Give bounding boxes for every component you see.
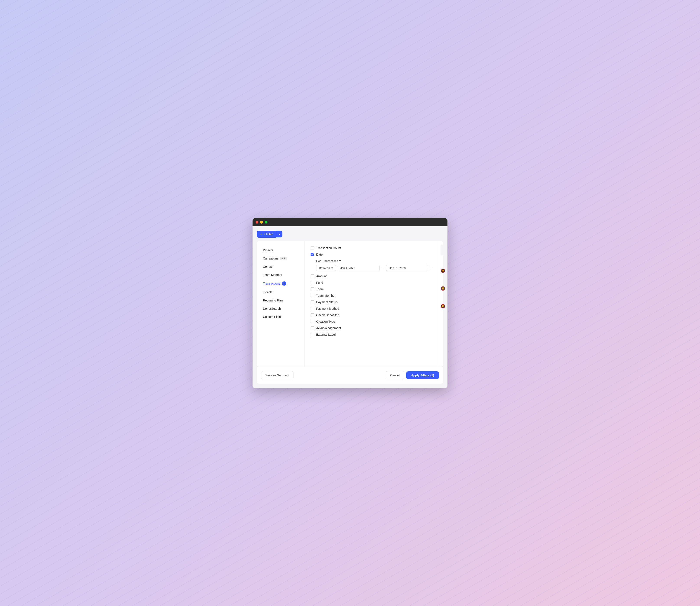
notification-off-icon-1[interactable]: 🔕 [441,269,445,273]
team-member-checkbox[interactable] [311,294,314,297]
close-button[interactable] [255,221,258,224]
apply-filters-button[interactable]: Apply Filters (1) [406,371,439,379]
notification-off-icon-3[interactable]: 🔕 [441,304,445,309]
sidebar-item-tickets[interactable]: Tickets [260,288,301,296]
payment-method-label[interactable]: Payment Method [316,307,339,310]
footer: Save as Segment Cancel Apply Filters (1) [257,367,443,384]
payment-method-option: Payment Method [311,307,432,310]
add-date-range-icon[interactable]: + [430,266,432,270]
has-transactions-label: Has Transactions [316,259,338,262]
acknowledgement-option: Acknowledgement [311,326,432,330]
sidebar-item-campaigns[interactable]: Campaigns ALL [260,255,301,262]
titlebar [252,218,448,226]
team-label[interactable]: Team [316,287,323,291]
footer-right: Cancel Apply Filters (1) [386,371,439,379]
date-checkbox[interactable] [311,253,314,256]
chevron-down-icon [278,234,280,235]
date-start-input[interactable] [338,265,380,272]
amount-checkbox[interactable] [311,275,314,278]
amount-option: Amount [311,275,432,278]
transaction-count-checkbox[interactable] [311,246,314,250]
sidebar-item-label: Presets [263,249,273,252]
team-member-label[interactable]: Team Member [316,294,336,297]
right-panel: 🔕 🔕 🔕 [438,241,448,367]
sidebar-item-label: Contact [263,265,273,269]
external-label-option: External Label [311,333,432,336]
filter-button-label: + Filter [263,232,273,236]
sidebar-item-label: DonorSearch [263,307,281,310]
payment-status-checkbox[interactable] [311,300,314,304]
cancel-button[interactable]: Cancel [386,371,404,379]
sidebar-item-recurring-plan[interactable]: Recurring Plan [260,297,301,304]
sidebar-item-label: Recurring Plan [263,299,283,302]
fund-option: Fund [311,281,432,284]
sidebar-item-label: Campaigns [263,257,278,260]
date-end-input[interactable] [386,265,428,272]
content-area: Transaction Count Date Has Transactions [304,241,438,367]
between-operator-select[interactable]: Between [316,265,336,272]
acknowledgement-checkbox[interactable] [311,326,314,330]
sidebar-item-donor-search[interactable]: DonorSearch [260,305,301,312]
acknowledgement-label[interactable]: Acknowledgement [316,326,341,330]
team-member-option: Team Member [311,294,432,297]
sidebar: Presets Campaigns ALL Contact Team Membe… [257,241,304,367]
date-section: Has Transactions Between → + [316,259,432,272]
arrow-right-icon: → [381,266,384,270]
payment-status-label[interactable]: Payment Status [316,300,338,304]
payment-method-checkbox[interactable] [311,307,314,310]
date-row: Between → + [316,265,432,272]
filter-dropdown-button[interactable] [276,231,283,237]
right-placeholder-1 [441,244,445,255]
sidebar-item-label: Team Member [263,273,282,277]
filter-button[interactable]: + + Filter [257,231,276,238]
sidebar-item-transactions[interactable]: Transactions 1 [260,279,301,288]
plus-icon: + [260,232,262,236]
date-label[interactable]: Date [316,253,323,256]
date-option: Date [311,253,432,256]
check-deposited-checkbox[interactable] [311,313,314,317]
external-label-label[interactable]: External Label [316,333,336,336]
team-checkbox[interactable] [311,287,314,291]
sidebar-item-label: Tickets [263,290,272,294]
minimize-button[interactable] [260,221,263,224]
transactions-badge: 1 [282,281,286,286]
sidebar-item-team-member[interactable]: Team Member [260,271,301,279]
filter-bar: + + Filter [257,231,443,238]
sidebar-item-contact[interactable]: Contact [260,263,301,271]
has-transactions-dropdown[interactable]: Has Transactions [316,259,432,262]
external-label-checkbox[interactable] [311,333,314,336]
fund-checkbox[interactable] [311,281,314,284]
main-panel: Presets Campaigns ALL Contact Team Membe… [257,241,443,367]
sidebar-item-label: Custom Fields [263,315,282,319]
between-chevron-icon [331,267,333,269]
campaigns-badge: ALL [280,257,287,260]
fund-label[interactable]: Fund [316,281,323,284]
main-window: + + Filter Presets Campaigns ALL Contact [252,218,448,388]
sidebar-item-label: Transactions [263,282,280,285]
window-content: + + Filter Presets Campaigns ALL Contact [252,226,448,388]
between-label: Between [319,266,330,270]
transaction-count-option: Transaction Count [311,246,432,250]
creation-type-checkbox[interactable] [311,320,314,323]
team-option: Team [311,287,432,291]
sidebar-item-presets[interactable]: Presets [260,246,301,254]
sidebar-item-custom-fields[interactable]: Custom Fields [260,313,301,321]
payment-status-option: Payment Status [311,300,432,304]
maximize-button[interactable] [265,221,268,224]
transaction-count-label[interactable]: Transaction Count [316,246,341,250]
amount-label[interactable]: Amount [316,275,326,278]
creation-type-label[interactable]: Creation Type [316,320,335,323]
check-deposited-label[interactable]: Check Deposited [316,313,339,317]
save-segment-button[interactable]: Save as Segment [261,371,293,379]
creation-type-option: Creation Type [311,320,432,323]
check-deposited-option: Check Deposited [311,313,432,317]
has-transactions-chevron-icon [339,260,341,261]
notification-off-icon-2[interactable]: 🔕 [441,286,445,291]
